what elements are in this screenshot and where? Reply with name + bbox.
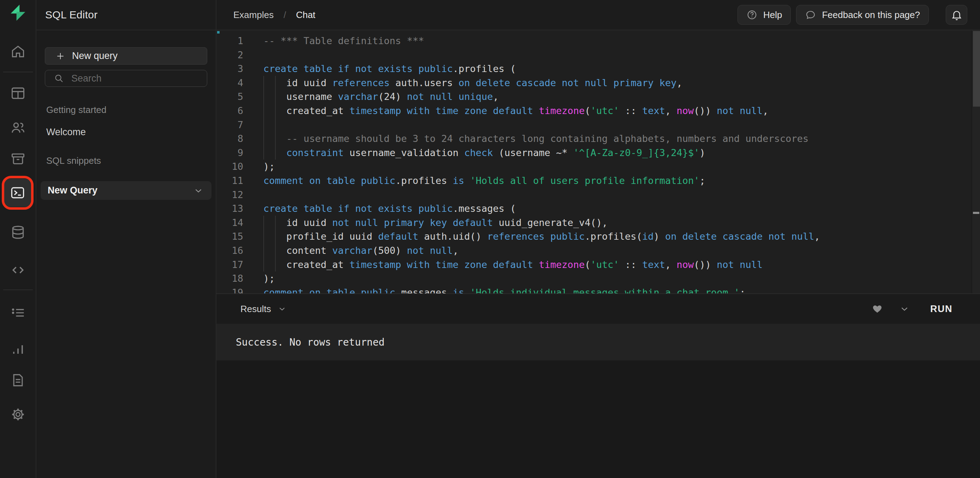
indent-guide [275,104,276,118]
nav-home[interactable] [7,43,29,60]
indent-guide [263,229,264,244]
code-text: username varchar(24) not null unique, [263,90,499,104]
results-panel: Success. No rows returned [216,324,980,360]
indent-guide [275,118,276,132]
nav-docs-file[interactable] [7,372,29,389]
notifications-button[interactable] [946,5,967,25]
sidebar-header: SQL Editor [37,0,216,30]
line-number: 14 [216,216,243,230]
code-line: 9 constraint username_validation check (… [216,146,980,160]
code-line: 13create table if not exists public.mess… [216,202,980,216]
nav-sql-editor[interactable] [4,178,31,207]
indent-guide [263,118,264,132]
indent-guide [263,258,264,272]
section-label-getting-started: Getting started [45,105,207,115]
empty-area [216,360,980,478]
code-text: created_at timestamp with time zone defa… [263,104,768,118]
feedback-label: Feedback on this page? [822,10,920,21]
sidebar-item-welcome[interactable]: Welcome [45,127,207,138]
nav-table-editor[interactable] [7,85,29,102]
editor-scrollbar-thumb[interactable] [973,31,980,107]
breadcrumb-separator: / [283,10,286,21]
feedback-button[interactable]: Feedback on this page? [796,5,929,25]
results-tab[interactable]: Results [240,304,286,315]
line-number: 2 [216,48,243,62]
run-options-button[interactable] [899,304,910,314]
code-line: 2 [216,48,980,62]
code-line: 6 created_at timestamp with time zone de… [216,104,980,118]
new-query-label: New query [72,51,118,61]
new-query-button[interactable]: New query [45,47,207,65]
line-number: 17 [216,258,243,272]
app-root: SQL Editor New query Getting started Wel… [0,0,980,478]
results-tab-label: Results [240,304,271,315]
nav-database[interactable] [7,224,29,241]
code-line: 3create table if not exists public.profi… [216,62,980,76]
nav-api-code[interactable] [7,261,29,279]
bar-chart-icon [10,342,26,357]
code-text: content varchar(500) not null, [263,244,458,258]
nav-settings-gear[interactable] [7,406,29,423]
indent-guide [263,76,264,90]
code-line: 19comment on table public.messages is 'H… [216,285,980,294]
breadcrumb-chat[interactable]: Chat [296,10,315,21]
code-line: 7 [216,118,980,132]
run-button[interactable]: RUN [930,304,953,315]
search-input[interactable] [71,73,188,84]
line-number: 13 [216,202,243,216]
query-status-message: Success. No rows returned [236,336,385,348]
line-number: 6 [216,104,243,118]
help-label: Help [763,10,782,21]
code-lines: 1-- *** Table definitions ***23create ta… [216,30,980,294]
code-line: 8 -- username should be 3 to 24 characte… [216,132,980,146]
sidebar-item-label: New Query [48,185,97,196]
line-number: 9 [216,146,243,160]
code-text: create table if not exists public.messag… [263,202,516,216]
users-icon [10,120,26,135]
file-text-icon [10,373,26,388]
sql-code-editor[interactable]: 1-- *** Table definitions ***23create ta… [216,30,980,294]
chevron-down-icon [193,185,204,196]
indent-guide [263,216,264,230]
code-text: ); [263,271,275,285]
page-title: SQL Editor [45,9,98,21]
topbar-right: Help Feedback on this page? [737,5,967,25]
logo-button[interactable] [7,3,29,22]
breadcrumb-examples[interactable]: Examples [233,10,274,21]
code-line: 15 profile_id uuid default auth.uid() re… [216,229,980,244]
sidebar-item-new-query[interactable]: New Query [41,181,212,200]
code-text: -- *** Table definitions *** [263,34,424,48]
nav-reports-chart[interactable] [7,341,29,358]
plus-icon [55,51,66,61]
code-line: 5 username varchar(24) not null unique, [216,90,980,104]
line-number: 16 [216,244,243,258]
indent-guide [275,229,276,244]
favorite-button[interactable] [872,303,883,315]
chevron-down-icon [277,304,286,314]
code-text: created_at timestamp with time zone defa… [263,258,762,272]
line-number: 1 [216,34,243,48]
line-number: 7 [216,118,243,132]
help-button[interactable]: Help [737,5,791,25]
line-number: 19 [216,285,243,294]
nav-rail [0,0,37,478]
code-text: profile_id uuid default auth.uid() refer… [263,229,820,244]
editor-scrollbar-track[interactable] [972,30,980,293]
editor-cursor-marker [217,31,220,33]
nav-storage[interactable] [7,150,29,167]
line-number: 12 [216,188,243,202]
code-text: create table if not exists public.profil… [263,62,516,76]
indent-guide [275,132,276,146]
section-label-sql-snippets: SQL snippets [45,155,207,166]
code-text: -- username should be 3 to 24 characters… [263,132,808,146]
nav-logs-list[interactable] [7,304,29,321]
storage-archive-icon [10,151,26,167]
line-number: 18 [216,271,243,285]
home-icon [10,44,26,59]
code-line: 4 id uuid references auth.users on delet… [216,76,980,90]
line-number: 5 [216,90,243,104]
code-line: 14 id uuid not null primary key default … [216,216,980,230]
nav-auth-users[interactable] [7,120,29,136]
code-line: 1-- *** Table definitions *** [216,34,980,48]
terminal-icon [11,186,25,199]
